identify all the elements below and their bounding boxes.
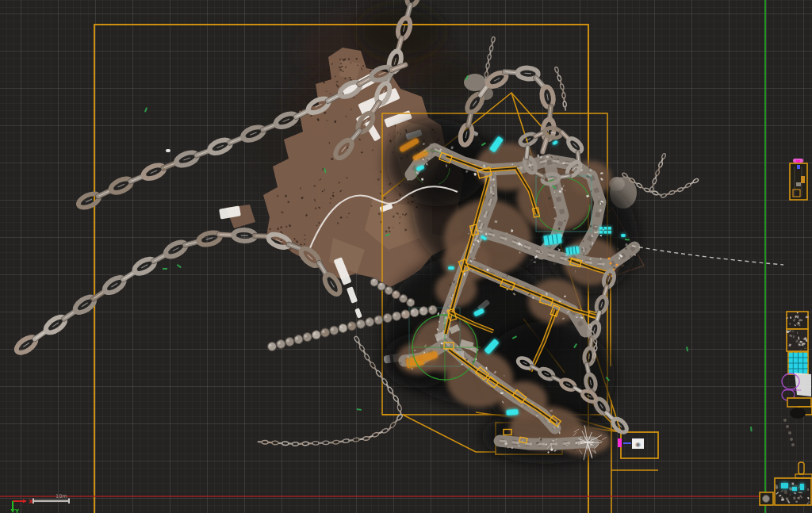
cyan-cell [608, 227, 611, 230]
chain [258, 335, 404, 446]
right-edge-structures [760, 159, 812, 505]
pill-room [799, 462, 804, 474]
room-a [787, 312, 808, 329]
cyan-cell [603, 227, 607, 230]
gizmo-x-arrowhead [23, 500, 27, 503]
cyan-cell [608, 231, 611, 234]
magenta-marker [618, 438, 622, 447]
bottom-right-room [775, 478, 811, 505]
map-canvas: X Y 10m ◉ [0, 0, 812, 513]
gizmo-y-arrowhead [11, 509, 15, 513]
scale-bar-line [33, 500, 69, 503]
wire-rope [632, 246, 783, 265]
room-c [787, 398, 811, 407]
chain [554, 67, 567, 111]
axis-y-label: Y [14, 508, 20, 513]
chain [14, 229, 343, 355]
cyan-cell [599, 231, 603, 234]
scale-bar-cap-right [68, 499, 70, 504]
gray-disc [763, 496, 770, 503]
target-marker-icon: ◉ [635, 441, 641, 448]
axis-gizmo: X Y [11, 499, 34, 513]
cyan-cell [599, 227, 603, 230]
cyan-glow-marker [621, 234, 626, 237]
target-marker: ◉ [618, 438, 644, 449]
blue-marker [797, 165, 800, 169]
cyan-glow-marker [552, 140, 558, 146]
map-viewport[interactable]: X Y 10m ◉ [0, 0, 812, 513]
scale-bar-cap-left [33, 499, 34, 504]
scale-bar: 10m [33, 493, 70, 504]
chain [649, 153, 666, 193]
scale-label: 10m [56, 493, 67, 500]
cyan-glow-marker [448, 266, 454, 270]
cyan-glow-marker [506, 409, 519, 415]
cyan-cell [603, 231, 607, 234]
